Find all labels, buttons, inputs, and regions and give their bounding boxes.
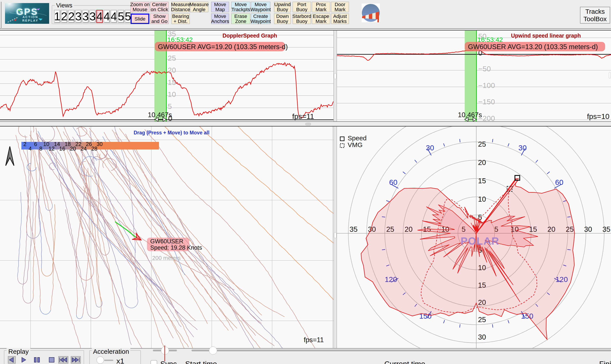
svg-text:6: 6 <box>34 141 37 147</box>
svg-text:24: 24 <box>80 145 87 152</box>
svg-text:Speed: 19.28 Knots: Speed: 19.28 Knots <box>150 244 202 251</box>
svg-text:fps=10: fps=10 <box>587 112 610 120</box>
svg-text:8: 8 <box>39 145 42 152</box>
svg-text:20: 20 <box>168 66 176 74</box>
svg-text:25: 25 <box>478 315 486 324</box>
svg-text:35: 35 <box>350 225 358 233</box>
svg-text:4: 4 <box>29 145 32 152</box>
svg-text:10: 10 <box>168 90 176 98</box>
svg-text:GW60USER AVG=13.20 (103.35 met: GW60USER AVG=13.20 (103.35 meters-d) <box>468 43 598 51</box>
svg-text:30: 30 <box>478 333 486 341</box>
svg-text:POLAR: POLAR <box>461 235 499 247</box>
svg-text:Speed: Speed <box>348 134 367 142</box>
svg-text:28: 28 <box>91 145 97 152</box>
svg-text:30: 30 <box>96 141 103 147</box>
svg-text:GW60USER: GW60USER <box>150 238 184 245</box>
svg-text:Upwind speed linear graph: Upwind speed linear graph <box>511 33 581 39</box>
svg-text:2: 2 <box>23 141 27 147</box>
svg-text:200 meters: 200 meters <box>152 255 181 261</box>
svg-text:fps=11: fps=11 <box>292 112 314 120</box>
svg-text:10,467s: 10,467s <box>148 111 172 119</box>
svg-text:−150: −150 <box>478 98 495 106</box>
svg-text:26: 26 <box>86 141 92 147</box>
svg-text:−50: −50 <box>478 65 491 73</box>
svg-text:30: 30 <box>518 143 527 152</box>
svg-text:−100: −100 <box>478 81 495 90</box>
svg-text:16:53:42: 16:53:42 <box>477 36 503 43</box>
svg-text:30: 30 <box>584 225 592 233</box>
svg-text:15: 15 <box>168 78 176 86</box>
svg-text:60: 60 <box>555 178 563 186</box>
svg-text:30: 30 <box>426 143 434 152</box>
svg-text:15: 15 <box>478 177 486 185</box>
svg-text:10: 10 <box>478 195 486 203</box>
svg-text:16: 16 <box>59 145 65 152</box>
svg-text:Drag (Press + Move) to Move al: Drag (Press + Move) to Move all <box>134 130 209 135</box>
svg-text:20: 20 <box>478 158 486 167</box>
svg-text:35: 35 <box>602 225 611 233</box>
svg-text:10,467s: 10,467s <box>458 111 482 119</box>
svg-text:60: 60 <box>389 178 398 186</box>
svg-text:25: 25 <box>168 54 176 62</box>
svg-text:GW60USER AVG=19.20 (103.35 met: GW60USER AVG=19.20 (103.35 meters-d) <box>158 43 288 51</box>
svg-text:fps=11: fps=11 <box>304 336 324 344</box>
svg-text:25: 25 <box>478 140 486 148</box>
svg-text:20: 20 <box>70 145 76 152</box>
svg-text:12: 12 <box>49 145 54 152</box>
svg-text:DopplerSpeed Graph: DopplerSpeed Graph <box>223 33 277 39</box>
svg-text:VMG: VMG <box>348 141 362 148</box>
svg-text:16:53:42: 16:53:42 <box>167 36 193 43</box>
svg-text:5: 5 <box>168 102 172 110</box>
